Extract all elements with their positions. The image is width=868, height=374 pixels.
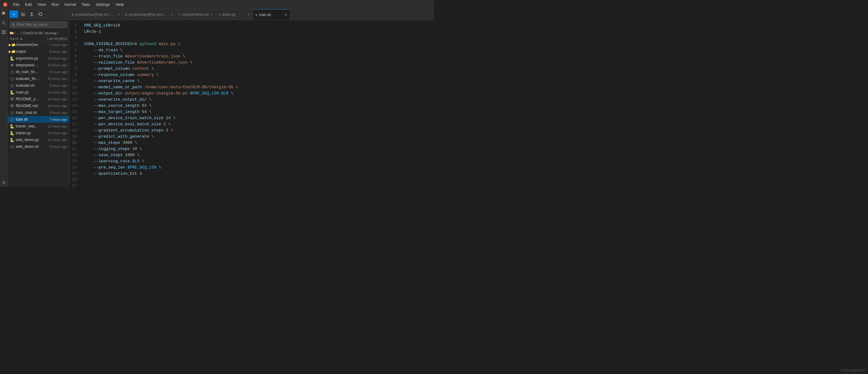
list-item[interactable]: ▢ evaluate.sh 9 hours ago — [8, 82, 69, 89]
file-type-icon: ▢ — [9, 117, 14, 122]
new-folder-button[interactable] — [20, 10, 27, 18]
menu-run[interactable]: Run — [49, 2, 61, 7]
tab-0[interactable]: $ youkaichao@lsp-ws:/hom... ✕ — [69, 9, 123, 20]
tab-close-icon[interactable]: ✕ — [117, 12, 120, 17]
tab-1[interactable]: $ youkaichao@lsp-ws:/hom... ✕ — [123, 9, 176, 20]
line-number: 8 — [69, 66, 79, 72]
file-list-header: Name ▲ Last Modified — [8, 36, 69, 41]
app-logo: C — [2, 2, 8, 7]
activity-search-icon[interactable] — [1, 20, 7, 26]
file-name: evaluate_finetune.sh — [16, 77, 39, 81]
file-type-icon: ▶ 📁 — [9, 42, 14, 47]
list-item[interactable]: ▶ 📁 AdvertiseGen 7 hours ago — [8, 41, 69, 48]
line-number: 3 — [69, 35, 79, 41]
search-input[interactable] — [16, 23, 65, 27]
code-editor[interactable]: PRE_SEQ_LEN=128LR=2e-2 CUDA_VISIBLE_DEVI… — [82, 20, 434, 187]
menu-edit[interactable]: Edit — [23, 2, 34, 7]
menu-kernel[interactable]: Kernel — [62, 2, 79, 7]
svg-text:C: C — [4, 3, 6, 6]
line-number: 10 — [69, 78, 79, 84]
list-item[interactable]: 🐍 trainer_seq2seq.py 10 hours ago — [8, 123, 69, 130]
code-line: --overwrite_cache \ — [84, 78, 434, 84]
file-modified: 10 hours ago — [39, 104, 67, 108]
refresh-button[interactable] — [37, 10, 44, 18]
list-item[interactable]: ⚙ deepspeed.json 10 hours ago — [8, 62, 69, 68]
menu-file[interactable]: File — [10, 2, 22, 7]
file-name: arguments.py — [16, 56, 39, 60]
file-type-icon: ⚙ — [9, 63, 14, 67]
line-number: 23 — [69, 158, 79, 165]
file-modified: 9 hours ago — [39, 84, 67, 87]
activity-bar: ⚙ — [0, 9, 8, 187]
list-item[interactable]: ▶ 📁 output 8 hours ago — [8, 48, 69, 55]
file-modified: 10 hours ago — [39, 90, 67, 94]
file-modified: 10 hours ago — [39, 77, 67, 81]
line-number: 7 — [69, 60, 79, 66]
list-item[interactable]: ▢ ds_train_finetune.sh 9 hours ago — [8, 68, 69, 75]
tab-4[interactable]: ≡ train.sh ✕ — [253, 9, 290, 20]
file-icon: ≡ — [219, 13, 220, 16]
file-name: deepspeed.json — [16, 63, 39, 67]
name-column-header[interactable]: Name ▲ — [9, 37, 39, 40]
tab-3[interactable]: ≡ down.py ✕ — [216, 9, 253, 20]
tab-bar: $ youkaichao@lsp-ws:/hom... ✕ $ youkaich… — [69, 9, 434, 20]
svg-rect-12 — [4, 32, 5, 34]
tab-close-icon[interactable]: ✕ — [170, 12, 173, 17]
list-item[interactable]: M README.md 10 hours ago — [8, 103, 69, 109]
menu-help[interactable]: Help — [113, 2, 126, 7]
line-number: 25 — [69, 171, 79, 177]
editor-content[interactable]: 1234567891011121314151617181920212223242… — [69, 20, 434, 187]
line-number: 22 — [69, 152, 79, 158]
file-type-icon: ▢ — [9, 76, 14, 81]
menu-tabs[interactable]: Tabs — [79, 2, 92, 7]
modified-column-header[interactable]: Last Modified — [39, 37, 67, 40]
list-item[interactable]: ▢ evaluate_finetune.sh 10 hours ago — [8, 75, 69, 82]
svg-rect-9 — [2, 30, 3, 32]
code-line — [84, 183, 434, 187]
line-number: 24 — [69, 165, 79, 171]
file-name: web_demo.sh — [16, 144, 39, 149]
list-item[interactable]: 🐍 web_demo.py 10 hours ago — [8, 136, 69, 143]
code-line — [84, 35, 434, 41]
file-type-icon: M — [9, 96, 14, 102]
list-item[interactable]: 🐍 trainer.py 10 hours ago — [8, 130, 69, 136]
line-number: 12 — [69, 90, 79, 96]
svg-rect-6 — [2, 14, 4, 15]
tab-close-icon[interactable]: ✕ — [284, 13, 287, 17]
activity-extensions-icon[interactable] — [1, 29, 7, 35]
file-type-icon: 🐍 — [9, 90, 14, 95]
code-line: --prompt_column content \ — [84, 66, 434, 72]
list-item[interactable]: M README_en.md 10 hours ago — [8, 96, 69, 103]
search-box[interactable] — [9, 21, 67, 28]
line-number: 14 — [69, 103, 79, 109]
list-item[interactable]: ▢ train.sh 7 hours ago — [8, 116, 69, 123]
list-item[interactable]: 🐍 main.py 10 hours ago — [8, 89, 69, 96]
svg-rect-2 — [2, 12, 4, 12]
file-name: trainer_seq2seq.py — [16, 124, 39, 128]
new-button[interactable]: + + — [9, 10, 18, 18]
file-name: train_chat.sh — [16, 111, 39, 115]
code-line: --per_device_train_batch_size 24 \ — [84, 115, 434, 121]
tab-close-icon[interactable]: ✕ — [210, 12, 213, 17]
line-number: 11 — [69, 84, 79, 90]
file-modified: 10 hours ago — [39, 63, 67, 67]
file-type-icon: ▶ 📁 — [9, 49, 14, 54]
upload-button[interactable] — [28, 10, 35, 18]
svg-rect-3 — [2, 12, 5, 13]
tab-label: train.sh — [259, 13, 271, 17]
line-number: 1 — [69, 23, 79, 29]
svg-rect-5 — [2, 13, 5, 14]
tab-2[interactable]: ≡ requirements.txt ✕ — [176, 9, 216, 20]
menu-view[interactable]: View — [35, 2, 49, 7]
list-item[interactable]: 🐍 arguments.py 10 hours ago — [8, 55, 69, 62]
menu-settings[interactable]: Settings — [93, 2, 113, 7]
list-item[interactable]: ▢ web_demo.sh 9 hours ago — [8, 143, 69, 150]
line-number: 15 — [69, 109, 79, 115]
tab-close-icon[interactable]: ✕ — [247, 12, 250, 17]
activity-settings-icon[interactable]: ⚙ — [1, 180, 7, 186]
file-name: main.py — [16, 90, 39, 94]
list-item[interactable]: ▢ train_chat.sh 9 hours ago — [8, 109, 69, 116]
svg-rect-4 — [2, 13, 5, 13]
activity-files-icon[interactable] — [1, 10, 7, 17]
search-icon — [12, 23, 15, 27]
